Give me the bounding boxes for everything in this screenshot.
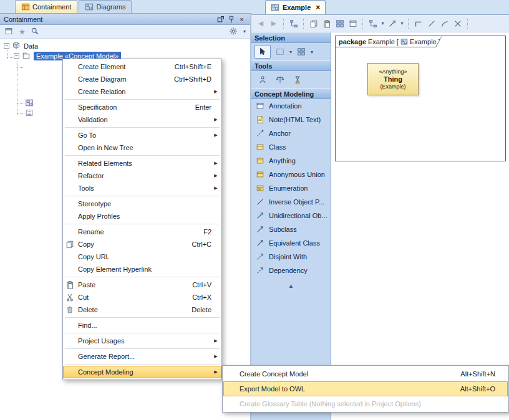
submenu-item-create-concept-model[interactable]: Create Concept ModelAlt+Shift+N: [223, 366, 508, 381]
paste-button[interactable]: [321, 17, 333, 30]
selection-tools-row: ▾ ▾: [251, 43, 331, 60]
palette-item-unidirectional-ob[interactable]: Unidirectional Ob...: [251, 209, 331, 222]
relation-dropdown-arrow[interactable]: ▾: [399, 17, 405, 30]
rectilinear-path-button[interactable]: [412, 17, 425, 30]
palette-item-class[interactable]: Class: [251, 140, 331, 154]
gear-icon[interactable]: [229, 27, 238, 36]
marquee-select-tool-button[interactable]: [272, 45, 288, 59]
gear-dropdown-arrow[interactable]: ▾: [243, 29, 246, 34]
open-specification-icon[interactable]: [4, 27, 14, 36]
submenu-item-export-model-to-owl[interactable]: Export Model to OWLAlt+Shift+O: [223, 381, 508, 396]
menu-item-copy[interactable]: CopyCtrl+C: [63, 238, 221, 251]
menu-item-refactor[interactable]: Refactor▶: [63, 169, 221, 182]
palette-item-disjoint-with[interactable]: Disjoint With: [251, 250, 331, 264]
menu-item-apply-profiles[interactable]: Apply Profiles: [63, 210, 221, 222]
menu-item-generate-report[interactable]: Generate Report...▶: [63, 350, 221, 363]
collapse-toggle-icon[interactable]: −: [4, 43, 9, 49]
tree-row-element-node[interactable]: [25, 108, 34, 118]
palette-item-subclass[interactable]: Subclass: [251, 222, 331, 236]
favorites-icon[interactable]: ★: [19, 27, 26, 36]
enumbox-icon: [256, 184, 265, 193]
hourglass-tool-button[interactable]: [289, 73, 306, 87]
package-icon: [22, 51, 31, 60]
stick-figure-tool-button[interactable]: [254, 73, 271, 87]
grid-tool-button[interactable]: [293, 45, 309, 59]
palette-scroll-up-icon[interactable]: ▲: [251, 282, 331, 289]
close-diagram-tab-icon[interactable]: ×: [316, 3, 320, 12]
menu-separator: [65, 348, 220, 349]
menu-item-copy-element-hyperlink[interactable]: Copy Element Hyperlink: [63, 263, 221, 275]
menu-item-label: Apply Profiles: [77, 212, 201, 220]
menu-item-project-usages[interactable]: Project Usages▶: [63, 335, 221, 347]
model-icon: [12, 41, 21, 50]
copy-button[interactable]: [308, 17, 320, 30]
cut-icon: [63, 293, 77, 302]
swimlanes-button[interactable]: [347, 17, 359, 30]
containment-tree-button[interactable]: [288, 17, 300, 30]
menu-item-open-in-new-tree[interactable]: Open in New Tree: [63, 141, 221, 154]
menu-item-validation[interactable]: Validation▶: [63, 113, 221, 126]
menu-item-paste[interactable]: PasteCtrl+V: [63, 279, 221, 291]
package-frame-header: package Example [ Example ]: [335, 36, 442, 47]
copy-icon: [63, 240, 77, 249]
menu-item-related-elements[interactable]: Related Elements▶: [63, 157, 221, 169]
crossing-style-button[interactable]: [452, 17, 464, 30]
select-tool-button[interactable]: [254, 45, 271, 59]
package-frame[interactable]: package Example [ Example ] «Anything» T…: [335, 36, 506, 161]
diagram-hierarchy-button[interactable]: [367, 17, 379, 30]
toolbar-separator: [408, 19, 409, 29]
add-relation-button[interactable]: [386, 17, 399, 30]
menu-item-create-relation[interactable]: Create Relation▶: [63, 85, 221, 98]
tab-containment[interactable]: Containment: [15, 0, 77, 13]
thing-class-shape[interactable]: «Anything» Thing (Example): [367, 63, 419, 95]
menu-item-find[interactable]: Find...: [63, 319, 221, 332]
pin-panel-icon[interactable]: [226, 15, 236, 24]
bezier-path-button[interactable]: [439, 17, 451, 30]
tab-diagrams[interactable]: Diagrams: [79, 0, 132, 13]
palette-item-note-html-text[interactable]: Note(HTML Text): [251, 113, 331, 126]
palette-item-anonymous-union[interactable]: Anonymous Union: [251, 168, 331, 181]
tab-example-diagram[interactable]: Example ×: [265, 0, 326, 14]
menu-item-copy-url[interactable]: Copy URL: [63, 251, 221, 263]
diagram-canvas[interactable]: package Example [ Example ] «Anything» T…: [331, 32, 509, 420]
palette-item-label: Disjoint With: [269, 253, 307, 260]
palette-item-inverse-object-p[interactable]: Inverse Object P...: [251, 195, 331, 209]
classbox-icon: [256, 143, 265, 152]
layout-button[interactable]: [334, 17, 346, 30]
submenu-item-label: Export Model to OWL: [240, 385, 460, 393]
menu-item-delete[interactable]: DeleteDelete: [63, 303, 221, 316]
palette-item-enumeration[interactable]: Enumeration: [251, 181, 331, 195]
forward-button[interactable]: ▶: [268, 17, 280, 30]
menu-item-concept-modeling[interactable]: Concept Modeling▶: [63, 366, 221, 378]
select-tool-dropdown-arrow[interactable]: ▾: [289, 49, 292, 55]
palette-header-selection: Selection: [251, 32, 331, 43]
menu-item-rename[interactable]: RenameF2: [63, 226, 221, 238]
menu-item-specification[interactable]: SpecificationEnter: [63, 101, 221, 113]
close-panel-icon[interactable]: ×: [237, 15, 246, 24]
tree-connector: [17, 67, 23, 68]
menu-item-create-element[interactable]: Create ElementCtrl+Shift+E: [63, 60, 221, 73]
search-icon[interactable]: [31, 27, 40, 36]
window-icon: [256, 102, 265, 111]
menu-item-tools[interactable]: Tools▶: [63, 182, 221, 194]
palette-item-anything[interactable]: Anything: [251, 154, 331, 168]
scales-tool-button[interactable]: [272, 73, 288, 87]
palette-item-equivalent-class[interactable]: Equivalent Class: [251, 236, 331, 250]
hierarchy-dropdown-arrow[interactable]: ▾: [380, 17, 385, 30]
palette-item-dependency[interactable]: Dependency: [251, 264, 331, 277]
menu-item-cut[interactable]: CutCtrl+X: [63, 291, 221, 303]
menu-item-stereotype[interactable]: Stereotype: [63, 198, 221, 210]
tree-connector: [17, 103, 24, 104]
menu-item-create-diagram[interactable]: Create DiagramCtrl+Shift+D: [63, 73, 221, 85]
tree-row-data[interactable]: − Data: [4, 41, 38, 50]
menu-item-go-to[interactable]: Go To▶: [63, 129, 221, 141]
tree-row-diagram-node[interactable]: [25, 98, 34, 108]
float-panel-icon[interactable]: [216, 15, 225, 24]
palette-item-annotation[interactable]: Annotation: [251, 99, 331, 113]
oblique-path-button[interactable]: [425, 17, 438, 30]
menu-item-shortcut: F2: [193, 228, 211, 236]
palette-item-anchor[interactable]: Anchor: [251, 126, 331, 140]
grid-tool-dropdown-arrow[interactable]: ▾: [311, 49, 313, 55]
collapse-toggle-icon[interactable]: −: [14, 53, 19, 59]
back-button[interactable]: ◀: [254, 17, 267, 30]
